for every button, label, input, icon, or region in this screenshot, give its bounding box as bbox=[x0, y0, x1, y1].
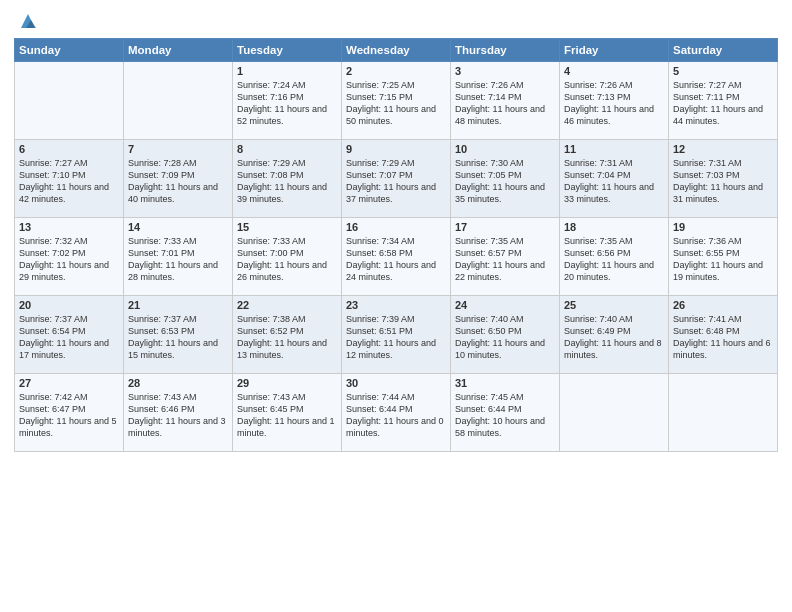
day-cell: 27Sunrise: 7:42 AM Sunset: 6:47 PM Dayli… bbox=[15, 374, 124, 452]
day-cell: 10Sunrise: 7:30 AM Sunset: 7:05 PM Dayli… bbox=[451, 140, 560, 218]
day-number: 2 bbox=[346, 65, 446, 77]
logo bbox=[14, 10, 39, 30]
day-cell: 28Sunrise: 7:43 AM Sunset: 6:46 PM Dayli… bbox=[124, 374, 233, 452]
day-cell: 26Sunrise: 7:41 AM Sunset: 6:48 PM Dayli… bbox=[669, 296, 778, 374]
page: SundayMondayTuesdayWednesdayThursdayFrid… bbox=[0, 0, 792, 612]
day-number: 26 bbox=[673, 299, 773, 311]
day-cell: 18Sunrise: 7:35 AM Sunset: 6:56 PM Dayli… bbox=[560, 218, 669, 296]
day-info: Sunrise: 7:31 AM Sunset: 7:03 PM Dayligh… bbox=[673, 157, 773, 206]
day-cell: 16Sunrise: 7:34 AM Sunset: 6:58 PM Dayli… bbox=[342, 218, 451, 296]
day-number: 23 bbox=[346, 299, 446, 311]
day-info: Sunrise: 7:33 AM Sunset: 7:01 PM Dayligh… bbox=[128, 235, 228, 284]
day-number: 29 bbox=[237, 377, 337, 389]
day-info: Sunrise: 7:27 AM Sunset: 7:10 PM Dayligh… bbox=[19, 157, 119, 206]
day-cell: 2Sunrise: 7:25 AM Sunset: 7:15 PM Daylig… bbox=[342, 62, 451, 140]
day-info: Sunrise: 7:37 AM Sunset: 6:53 PM Dayligh… bbox=[128, 313, 228, 362]
day-number: 6 bbox=[19, 143, 119, 155]
day-number: 16 bbox=[346, 221, 446, 233]
day-cell: 21Sunrise: 7:37 AM Sunset: 6:53 PM Dayli… bbox=[124, 296, 233, 374]
day-number: 14 bbox=[128, 221, 228, 233]
week-row-3: 13Sunrise: 7:32 AM Sunset: 7:02 PM Dayli… bbox=[15, 218, 778, 296]
day-number: 24 bbox=[455, 299, 555, 311]
week-row-1: 1Sunrise: 7:24 AM Sunset: 7:16 PM Daylig… bbox=[15, 62, 778, 140]
day-cell: 8Sunrise: 7:29 AM Sunset: 7:08 PM Daylig… bbox=[233, 140, 342, 218]
weekday-header-thursday: Thursday bbox=[451, 39, 560, 62]
day-info: Sunrise: 7:33 AM Sunset: 7:00 PM Dayligh… bbox=[237, 235, 337, 284]
day-info: Sunrise: 7:43 AM Sunset: 6:46 PM Dayligh… bbox=[128, 391, 228, 440]
day-number: 8 bbox=[237, 143, 337, 155]
day-info: Sunrise: 7:31 AM Sunset: 7:04 PM Dayligh… bbox=[564, 157, 664, 206]
weekday-header-tuesday: Tuesday bbox=[233, 39, 342, 62]
day-cell: 9Sunrise: 7:29 AM Sunset: 7:07 PM Daylig… bbox=[342, 140, 451, 218]
day-info: Sunrise: 7:29 AM Sunset: 7:08 PM Dayligh… bbox=[237, 157, 337, 206]
day-cell: 11Sunrise: 7:31 AM Sunset: 7:04 PM Dayli… bbox=[560, 140, 669, 218]
day-cell: 25Sunrise: 7:40 AM Sunset: 6:49 PM Dayli… bbox=[560, 296, 669, 374]
day-cell: 4Sunrise: 7:26 AM Sunset: 7:13 PM Daylig… bbox=[560, 62, 669, 140]
day-number: 28 bbox=[128, 377, 228, 389]
day-number: 20 bbox=[19, 299, 119, 311]
day-cell bbox=[124, 62, 233, 140]
day-number: 22 bbox=[237, 299, 337, 311]
day-info: Sunrise: 7:28 AM Sunset: 7:09 PM Dayligh… bbox=[128, 157, 228, 206]
day-info: Sunrise: 7:41 AM Sunset: 6:48 PM Dayligh… bbox=[673, 313, 773, 362]
weekday-header-sunday: Sunday bbox=[15, 39, 124, 62]
day-cell: 15Sunrise: 7:33 AM Sunset: 7:00 PM Dayli… bbox=[233, 218, 342, 296]
weekday-header-monday: Monday bbox=[124, 39, 233, 62]
week-row-4: 20Sunrise: 7:37 AM Sunset: 6:54 PM Dayli… bbox=[15, 296, 778, 374]
day-info: Sunrise: 7:37 AM Sunset: 6:54 PM Dayligh… bbox=[19, 313, 119, 362]
day-info: Sunrise: 7:25 AM Sunset: 7:15 PM Dayligh… bbox=[346, 79, 446, 128]
day-cell: 22Sunrise: 7:38 AM Sunset: 6:52 PM Dayli… bbox=[233, 296, 342, 374]
day-info: Sunrise: 7:35 AM Sunset: 6:57 PM Dayligh… bbox=[455, 235, 555, 284]
weekday-header-wednesday: Wednesday bbox=[342, 39, 451, 62]
day-info: Sunrise: 7:45 AM Sunset: 6:44 PM Dayligh… bbox=[455, 391, 555, 440]
day-cell: 17Sunrise: 7:35 AM Sunset: 6:57 PM Dayli… bbox=[451, 218, 560, 296]
logo-icon bbox=[17, 10, 39, 32]
day-number: 17 bbox=[455, 221, 555, 233]
day-cell: 13Sunrise: 7:32 AM Sunset: 7:02 PM Dayli… bbox=[15, 218, 124, 296]
day-info: Sunrise: 7:34 AM Sunset: 6:58 PM Dayligh… bbox=[346, 235, 446, 284]
week-row-2: 6Sunrise: 7:27 AM Sunset: 7:10 PM Daylig… bbox=[15, 140, 778, 218]
day-number: 11 bbox=[564, 143, 664, 155]
day-number: 12 bbox=[673, 143, 773, 155]
day-number: 18 bbox=[564, 221, 664, 233]
calendar: SundayMondayTuesdayWednesdayThursdayFrid… bbox=[14, 38, 778, 452]
day-info: Sunrise: 7:35 AM Sunset: 6:56 PM Dayligh… bbox=[564, 235, 664, 284]
day-cell bbox=[669, 374, 778, 452]
day-cell: 5Sunrise: 7:27 AM Sunset: 7:11 PM Daylig… bbox=[669, 62, 778, 140]
weekday-header-friday: Friday bbox=[560, 39, 669, 62]
day-info: Sunrise: 7:40 AM Sunset: 6:49 PM Dayligh… bbox=[564, 313, 664, 362]
day-cell: 1Sunrise: 7:24 AM Sunset: 7:16 PM Daylig… bbox=[233, 62, 342, 140]
day-number: 5 bbox=[673, 65, 773, 77]
day-cell bbox=[15, 62, 124, 140]
day-info: Sunrise: 7:26 AM Sunset: 7:14 PM Dayligh… bbox=[455, 79, 555, 128]
day-number: 1 bbox=[237, 65, 337, 77]
day-number: 4 bbox=[564, 65, 664, 77]
day-number: 9 bbox=[346, 143, 446, 155]
day-info: Sunrise: 7:39 AM Sunset: 6:51 PM Dayligh… bbox=[346, 313, 446, 362]
day-cell: 3Sunrise: 7:26 AM Sunset: 7:14 PM Daylig… bbox=[451, 62, 560, 140]
day-number: 7 bbox=[128, 143, 228, 155]
day-cell: 24Sunrise: 7:40 AM Sunset: 6:50 PM Dayli… bbox=[451, 296, 560, 374]
day-cell: 7Sunrise: 7:28 AM Sunset: 7:09 PM Daylig… bbox=[124, 140, 233, 218]
day-cell: 12Sunrise: 7:31 AM Sunset: 7:03 PM Dayli… bbox=[669, 140, 778, 218]
header bbox=[14, 10, 778, 30]
day-number: 15 bbox=[237, 221, 337, 233]
day-cell: 6Sunrise: 7:27 AM Sunset: 7:10 PM Daylig… bbox=[15, 140, 124, 218]
day-cell: 20Sunrise: 7:37 AM Sunset: 6:54 PM Dayli… bbox=[15, 296, 124, 374]
day-number: 21 bbox=[128, 299, 228, 311]
day-cell: 31Sunrise: 7:45 AM Sunset: 6:44 PM Dayli… bbox=[451, 374, 560, 452]
day-info: Sunrise: 7:43 AM Sunset: 6:45 PM Dayligh… bbox=[237, 391, 337, 440]
day-cell: 19Sunrise: 7:36 AM Sunset: 6:55 PM Dayli… bbox=[669, 218, 778, 296]
day-cell: 14Sunrise: 7:33 AM Sunset: 7:01 PM Dayli… bbox=[124, 218, 233, 296]
day-info: Sunrise: 7:32 AM Sunset: 7:02 PM Dayligh… bbox=[19, 235, 119, 284]
day-info: Sunrise: 7:42 AM Sunset: 6:47 PM Dayligh… bbox=[19, 391, 119, 440]
day-info: Sunrise: 7:38 AM Sunset: 6:52 PM Dayligh… bbox=[237, 313, 337, 362]
day-info: Sunrise: 7:30 AM Sunset: 7:05 PM Dayligh… bbox=[455, 157, 555, 206]
week-row-5: 27Sunrise: 7:42 AM Sunset: 6:47 PM Dayli… bbox=[15, 374, 778, 452]
day-info: Sunrise: 7:36 AM Sunset: 6:55 PM Dayligh… bbox=[673, 235, 773, 284]
day-number: 25 bbox=[564, 299, 664, 311]
day-cell bbox=[560, 374, 669, 452]
day-number: 3 bbox=[455, 65, 555, 77]
weekday-header-saturday: Saturday bbox=[669, 39, 778, 62]
day-number: 13 bbox=[19, 221, 119, 233]
